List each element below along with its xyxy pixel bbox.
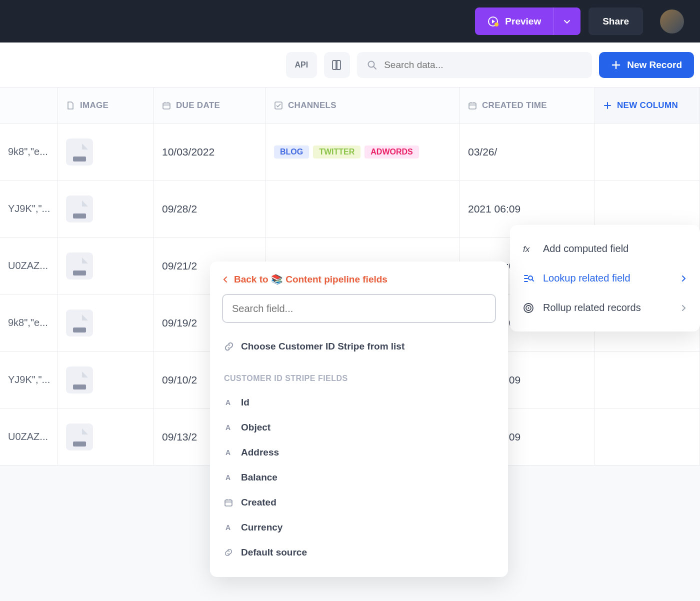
link-field-icon (224, 548, 233, 557)
column-header-created-time[interactable]: CREATED TIME (460, 88, 595, 123)
chevron-down-icon (563, 18, 571, 26)
field-option[interactable]: AObject (210, 415, 508, 440)
lookup-icon (523, 273, 534, 284)
checkbox-icon (274, 101, 283, 110)
field-list: AIdAObjectAAddressABalanceCreatedACurren… (210, 390, 508, 565)
top-bar: Preview Share (0, 0, 700, 42)
toolbar: API New Record (0, 42, 700, 88)
cell-image (58, 294, 154, 351)
calendar-icon (468, 101, 477, 110)
menu-item-rollup-records[interactable]: Rollup related records (510, 293, 700, 322)
search-icon (367, 60, 377, 70)
field-option[interactable]: Created (210, 490, 508, 515)
text-field-icon: A (224, 523, 233, 532)
text-field-icon: A (224, 448, 233, 457)
cell-channels (266, 180, 460, 237)
new-column-button[interactable]: NEW COLUMN (595, 88, 700, 123)
column-header[interactable] (0, 88, 58, 123)
plus-icon (611, 60, 621, 70)
chevron-left-icon (222, 276, 229, 283)
calendar-icon (162, 101, 171, 110)
file-thumbnail-icon (66, 138, 93, 166)
cell-image (58, 180, 154, 237)
svg-text:A: A (226, 398, 230, 406)
text-field-icon: A (224, 423, 233, 432)
column-header-image[interactable]: IMAGE (58, 88, 154, 123)
cell-due-date: 09/28/2 (154, 180, 266, 237)
choose-from-list-button[interactable]: Choose Customer ID Stripe from list (210, 334, 508, 359)
field-option[interactable]: ACurrency (210, 515, 508, 540)
date-field-icon (224, 498, 233, 507)
svg-point-10 (528, 307, 530, 308)
cell (595, 352, 700, 408)
field-option[interactable]: AId (210, 390, 508, 415)
search-input[interactable] (384, 60, 582, 70)
field-picker-panel: Back to 📚 Content pipeline fields Choose… (210, 262, 508, 577)
chevron-right-icon (680, 275, 687, 282)
file-icon (66, 101, 75, 110)
cell: 9k8","e... (0, 294, 58, 351)
svg-text:A: A (226, 448, 230, 456)
cell-image (58, 352, 154, 408)
svg-rect-15 (225, 500, 232, 506)
cell: YJ9K","... (0, 180, 58, 237)
menu-item-computed-field[interactable]: fx Add computed field (510, 234, 700, 264)
cell: U0ZAZ... (0, 408, 58, 465)
field-option[interactable]: Default source (210, 540, 508, 565)
file-thumbnail-icon (66, 310, 93, 336)
svg-text:A: A (226, 524, 230, 532)
tag: TWITTER (313, 146, 360, 158)
cell: U0ZAZ... (0, 238, 58, 294)
share-button[interactable]: Share (588, 8, 643, 35)
svg-text:A: A (226, 424, 230, 432)
play-icon (487, 16, 499, 28)
new-record-label: New Record (627, 60, 682, 70)
field-search-box[interactable] (222, 294, 496, 323)
cell (595, 124, 700, 180)
cell-image (58, 238, 154, 294)
new-record-button[interactable]: New Record (599, 52, 694, 78)
book-icon (331, 59, 343, 71)
svg-text:fx: fx (523, 244, 530, 254)
text-field-icon: A (224, 473, 233, 482)
cell-image (58, 408, 154, 465)
cell-created-time: 03/26/ (460, 124, 595, 180)
tag: ADWORDS (364, 146, 418, 158)
chevron-right-icon (680, 304, 687, 312)
field-option[interactable]: ABalance (210, 465, 508, 490)
preview-button[interactable]: Preview (475, 8, 553, 35)
plus-icon (603, 101, 612, 110)
file-thumbnail-icon (66, 424, 93, 450)
column-header-channels[interactable]: CHANNELS (266, 88, 460, 123)
svg-point-1 (494, 22, 498, 26)
section-label: CUSTOMER ID STRIPE FIELDS (210, 359, 508, 390)
preview-label: Preview (505, 16, 541, 27)
preview-dropdown-button[interactable] (553, 8, 580, 35)
avatar[interactable] (660, 10, 684, 34)
docs-button[interactable] (324, 52, 350, 78)
api-button[interactable]: API (286, 52, 318, 78)
data-table: IMAGE DUE DATE CHANNELS CREATED TIME NEW… (0, 88, 700, 466)
file-thumbnail-icon (66, 366, 93, 394)
file-thumbnail-icon (66, 196, 93, 222)
field-search-input[interactable] (232, 303, 486, 314)
table-header: IMAGE DUE DATE CHANNELS CREATED TIME NEW… (0, 88, 700, 124)
fx-icon: fx (523, 244, 534, 254)
cell: 9k8","e... (0, 124, 58, 180)
search-box[interactable] (357, 52, 592, 78)
cell-due-date: 10/03/2022 (154, 124, 266, 180)
svg-rect-3 (163, 103, 170, 109)
svg-text:A: A (226, 474, 230, 482)
text-field-icon: A (224, 398, 233, 407)
rollup-icon (523, 302, 534, 314)
cell: YJ9K","... (0, 352, 58, 408)
back-link[interactable]: Back to 📚 Content pipeline fields (210, 274, 508, 294)
field-option[interactable]: AAddress (210, 440, 508, 465)
cell-image (58, 124, 154, 180)
menu-item-lookup-field[interactable]: Lookup related field (510, 264, 700, 293)
column-header-due-date[interactable]: DUE DATE (154, 88, 266, 123)
preview-button-group: Preview (475, 8, 580, 35)
tag: BLOG (274, 146, 309, 158)
table-row[interactable]: 9k8","e... 10/03/2022 BLOGTWITTERADWORDS… (0, 124, 700, 180)
link-icon (224, 342, 234, 352)
